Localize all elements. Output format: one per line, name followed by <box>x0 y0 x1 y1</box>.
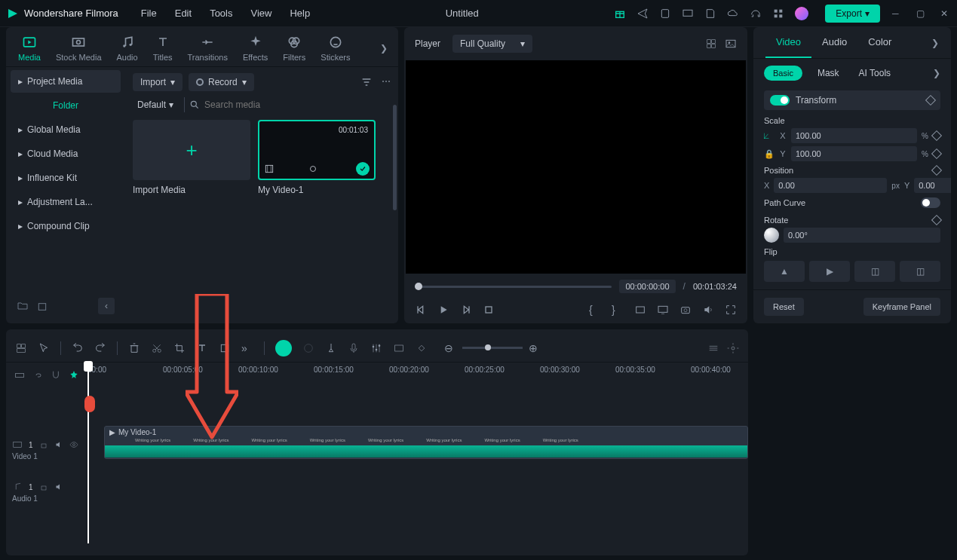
reset-button[interactable]: Reset <box>764 298 804 316</box>
menu-file[interactable]: File <box>141 8 157 19</box>
crop2-icon[interactable] <box>219 342 231 354</box>
props-scroll-icon[interactable]: ❯ <box>931 38 939 48</box>
mark-in-icon[interactable]: { <box>589 304 601 316</box>
send-icon[interactable] <box>636 8 649 20</box>
marker-icon[interactable] <box>325 342 337 354</box>
scrubber[interactable] <box>415 286 612 288</box>
subtabs-scroll-icon[interactable]: ❯ <box>933 68 940 78</box>
avatar-icon[interactable] <box>795 7 808 20</box>
new-folder-icon[interactable] <box>17 300 29 312</box>
collapse-sidebar-button[interactable]: ‹ <box>98 298 115 314</box>
export-button[interactable]: Export ▾ <box>825 5 880 23</box>
playhead[interactable] <box>87 363 89 543</box>
tab-video[interactable]: Video <box>765 27 811 58</box>
redo-icon[interactable] <box>94 342 106 354</box>
headphones-icon[interactable] <box>750 8 762 20</box>
sidebar-item-cloud-media[interactable]: ▸Cloud Media <box>11 142 121 165</box>
zoom-out-icon[interactable]: ⊖ <box>444 342 456 354</box>
grid-view-icon[interactable] <box>705 38 717 50</box>
tabs-scroll-right-icon[interactable]: ❯ <box>380 43 388 54</box>
zoom-in-icon[interactable]: ⊕ <box>529 342 541 354</box>
sidebar-item-compound-clip[interactable]: ▸Compound Clip <box>11 215 121 237</box>
marker-pill[interactable] <box>84 396 95 412</box>
rotate-knob[interactable] <box>764 228 779 243</box>
tab-titles[interactable]: Titles <box>152 35 174 62</box>
screen-icon[interactable] <box>682 8 694 20</box>
tab-stickers[interactable]: Stickers <box>319 35 351 62</box>
undo-icon[interactable] <box>72 342 84 354</box>
crop-icon[interactable] <box>173 342 186 354</box>
delete-icon[interactable] <box>128 342 140 354</box>
more-tools-icon[interactable]: » <box>241 342 253 354</box>
color-icon[interactable] <box>302 342 314 354</box>
tab-filters[interactable]: Filters <box>281 35 307 62</box>
transform-toggle[interactable] <box>770 95 790 106</box>
flip-copy2-button[interactable]: ◫ <box>900 261 940 282</box>
lock-icon[interactable] <box>39 482 48 491</box>
mic-icon[interactable] <box>348 342 360 354</box>
tab-media[interactable]: Media <box>17 35 42 62</box>
device-icon[interactable] <box>659 8 671 20</box>
keyframe-icon[interactable] <box>931 130 942 141</box>
scale-y-input[interactable] <box>791 146 917 161</box>
sidebar-item-global-media[interactable]: ▸Global Media <box>11 118 121 141</box>
search-input[interactable] <box>204 99 386 110</box>
audio-track-header[interactable]: 1 Audio 1 <box>12 471 98 513</box>
lock-icon[interactable]: ⟀ <box>764 131 774 140</box>
timeline-ruler[interactable]: 00:00 00:00:05:00 00:00:10:00 00:00:15:0… <box>87 363 766 388</box>
ai-button[interactable] <box>275 340 292 357</box>
timeline-clip[interactable]: ▶My Video-1 Writing your lyricsWriting y… <box>104 426 748 459</box>
zoom-slider[interactable] <box>462 347 523 349</box>
lock-link-icon[interactable]: 🔒 <box>764 149 774 159</box>
sidebar-item-project-media[interactable]: ▸Project Media <box>11 70 121 93</box>
flip-copy1-button[interactable]: ◫ <box>854 261 895 282</box>
apps-icon[interactable] <box>772 8 784 20</box>
minimize-button[interactable]: ─ <box>892 8 903 19</box>
menu-tools[interactable]: Tools <box>210 8 232 19</box>
menu-view[interactable]: View <box>250 8 271 19</box>
flip-horizontal-button[interactable]: ▲ <box>764 261 805 282</box>
eye-icon[interactable] <box>69 440 78 449</box>
mute-icon[interactable] <box>54 440 63 449</box>
menu-help[interactable]: Help <box>290 8 310 19</box>
scale-x-input[interactable] <box>791 128 917 143</box>
track-magnet-icon[interactable] <box>50 369 62 381</box>
track-add-icon[interactable] <box>14 369 26 381</box>
lock-icon[interactable] <box>39 440 48 449</box>
subtab-basic[interactable]: Basic <box>764 66 802 81</box>
fullscreen-icon[interactable] <box>725 304 737 316</box>
tab-stock-media[interactable]: Stock Media <box>54 35 103 62</box>
sort-dropdown[interactable]: Default▾ <box>133 97 178 112</box>
keyframe-icon[interactable] <box>931 148 942 159</box>
tl-settings-icon[interactable] <box>727 342 739 354</box>
render-icon[interactable] <box>393 342 405 354</box>
display-icon[interactable] <box>657 304 669 316</box>
track-link-icon[interactable] <box>32 369 44 381</box>
volume-icon[interactable] <box>702 304 714 316</box>
import-media-button[interactable]: + <box>133 120 250 180</box>
pos-x-input[interactable] <box>774 178 887 193</box>
sidebar-item-influence-kit[interactable]: ▸Influence Kit <box>11 167 121 189</box>
track-auto-icon[interactable] <box>68 369 80 381</box>
keyframe-icon[interactable] <box>931 215 942 225</box>
next-frame-icon[interactable] <box>460 304 472 316</box>
menu-edit[interactable]: Edit <box>175 8 192 19</box>
snapshot-icon[interactable] <box>679 304 692 316</box>
tab-transitions[interactable]: Transitions <box>186 35 229 62</box>
maximize-button[interactable]: ▢ <box>916 8 927 19</box>
sidebar-item-adjustment-layer[interactable]: ▸Adjustment La... <box>11 191 121 213</box>
record-dropdown[interactable]: Record▾ <box>189 73 254 91</box>
media-scrollbar[interactable] <box>393 105 397 210</box>
cut-icon[interactable] <box>151 342 163 354</box>
subtab-mask[interactable]: Mask <box>813 65 844 81</box>
tab-effects[interactable]: Effects <box>241 35 269 62</box>
flip-vertical-button[interactable]: ▶ <box>809 261 850 282</box>
prev-frame-icon[interactable] <box>415 304 427 316</box>
layout-icon[interactable] <box>15 342 27 354</box>
select-tool-icon[interactable] <box>38 342 50 354</box>
tl-grid-icon[interactable] <box>707 342 719 354</box>
filter-icon[interactable] <box>360 76 373 88</box>
media-clip-thumb[interactable]: 00:01:03 <box>258 120 376 180</box>
tab-audio-props[interactable]: Audio <box>811 27 857 58</box>
rotate-input[interactable] <box>784 228 940 243</box>
